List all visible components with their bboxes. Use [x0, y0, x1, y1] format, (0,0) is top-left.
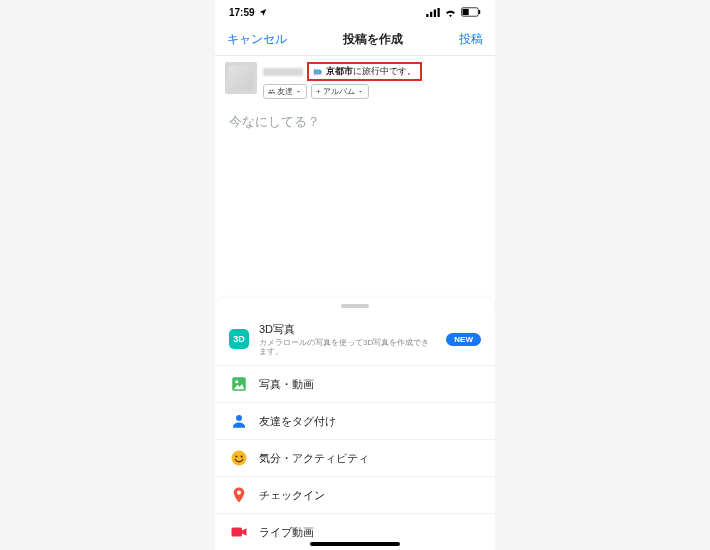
svg-point-10 — [232, 451, 247, 466]
location-pin-icon — [229, 485, 249, 505]
cancel-button[interactable]: キャンセル — [227, 31, 287, 48]
composer-header: 京都市に旅行中です。 友達 + アルバム — [215, 56, 495, 103]
tag-friends-icon — [229, 411, 249, 431]
location-highlight-box: 京都市に旅行中です。 — [307, 62, 422, 81]
option-checkin[interactable]: チェックイン — [215, 477, 495, 514]
friends-icon — [268, 88, 275, 95]
chevron-down-icon — [357, 88, 364, 95]
page-title: 投稿を作成 — [343, 31, 403, 48]
wifi-icon — [444, 8, 457, 17]
photo-video-icon — [229, 374, 249, 394]
option-title: 3D写真 — [259, 322, 436, 337]
nav-header: キャンセル 投稿を作成 投稿 — [215, 24, 495, 56]
svg-rect-0 — [426, 14, 428, 17]
option-feeling-activity[interactable]: 気分・アクティビティ — [215, 440, 495, 477]
battery-icon — [461, 7, 481, 17]
travel-icon — [313, 67, 323, 77]
home-indicator[interactable] — [310, 542, 400, 546]
album-label: + アルバム — [316, 86, 355, 97]
option-title: 気分・アクティビティ — [259, 451, 481, 466]
svg-rect-6 — [479, 10, 481, 14]
option-title: チェックイン — [259, 488, 481, 503]
option-tag-friends[interactable]: 友達をタグ付け — [215, 403, 495, 440]
option-subtitle: カメラロールの写真を使って3D写真を作成できます。 — [259, 338, 436, 357]
album-selector[interactable]: + アルバム — [311, 84, 369, 99]
audience-selector[interactable]: 友達 — [263, 84, 307, 99]
option-photo-video[interactable]: 写真・動画 — [215, 366, 495, 403]
svg-point-12 — [241, 455, 243, 457]
avatar[interactable] — [225, 62, 257, 94]
post-button[interactable]: 投稿 — [459, 31, 483, 48]
phone-frame: 17:59 キャンセル 投稿を作成 投稿 京都市に旅行中です。 — [215, 0, 495, 550]
option-3d-photo[interactable]: 3D 3D写真 カメラロールの写真を使って3D写真を作成できます。 NEW — [215, 314, 495, 366]
spacer — [215, 131, 495, 298]
svg-rect-3 — [438, 8, 440, 17]
location-services-icon — [259, 8, 267, 16]
status-bar: 17:59 — [215, 0, 495, 24]
svg-point-9 — [236, 415, 242, 421]
audience-label: 友達 — [277, 86, 293, 97]
user-name-blurred — [263, 68, 303, 76]
new-badge: NEW — [446, 333, 481, 346]
svg-rect-13 — [232, 528, 243, 537]
option-title: 友達をタグ付け — [259, 414, 481, 429]
svg-rect-1 — [430, 11, 432, 16]
svg-point-11 — [235, 455, 237, 457]
drag-handle[interactable] — [341, 304, 369, 308]
options-panel: 3D 3D写真 カメラロールの写真を使って3D写真を作成できます。 NEW 写真… — [215, 298, 495, 550]
option-title: 写真・動画 — [259, 377, 481, 392]
feeling-icon — [229, 448, 249, 468]
status-time: 17:59 — [229, 7, 255, 18]
signal-icon — [426, 8, 440, 17]
svg-rect-5 — [463, 9, 469, 15]
location-suffix: に旅行中です。 — [353, 66, 416, 76]
option-title: ライブ動画 — [259, 525, 481, 540]
svg-point-8 — [235, 380, 238, 383]
3d-photo-icon: 3D — [229, 329, 249, 349]
composer-textarea[interactable]: 今なにしてる？ — [215, 103, 495, 131]
location-name: 京都市 — [326, 66, 353, 76]
live-video-icon — [229, 522, 249, 542]
chevron-down-icon — [295, 88, 302, 95]
svg-rect-2 — [434, 9, 436, 17]
composer-placeholder: 今なにしてる？ — [229, 113, 481, 131]
